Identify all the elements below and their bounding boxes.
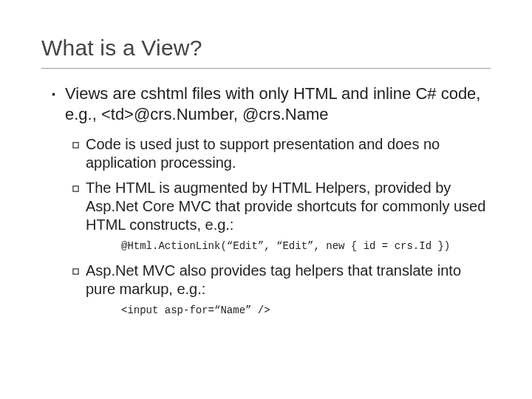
svg-rect-0 [73, 143, 78, 148]
page-title: What is a View? [41, 35, 491, 69]
svg-rect-2 [73, 269, 78, 274]
code-snippet: @Html.ActionLink(“Edit”, “Edit”, new { i… [121, 240, 491, 252]
slide: What is a View? ▪Views are cshtml files … [0, 0, 532, 399]
bullet-level1: ▪Views are cshtml files with only HTML a… [65, 83, 491, 124]
hollow-square-icon [72, 261, 81, 279]
square-bullet-icon: ▪ [52, 88, 59, 101]
svg-rect-1 [73, 186, 78, 191]
bullet-text: Code is used just to support presentatio… [86, 136, 440, 171]
bullet-level2: Asp.Net MVC also provides tag helpers th… [86, 261, 491, 299]
code-snippet: <input asp-for=“Name” /> [121, 304, 491, 316]
hollow-square-icon [72, 134, 81, 153]
bullet-level2: Code is used just to support presentatio… [86, 134, 491, 172]
hollow-square-icon [72, 178, 81, 197]
bullet-level2: The HTML is augmented by HTML Helpers, p… [86, 178, 491, 234]
bullet-text: Asp.Net MVC also provides tag helpers th… [86, 262, 461, 297]
bullet-text: Views are cshtml files with only HTML an… [65, 84, 480, 123]
bullet-text: The HTML is augmented by HTML Helpers, p… [86, 180, 485, 233]
